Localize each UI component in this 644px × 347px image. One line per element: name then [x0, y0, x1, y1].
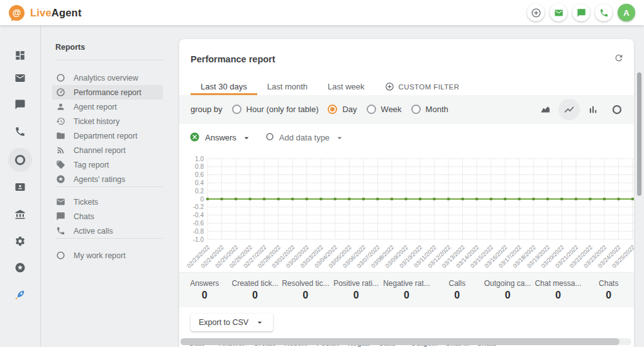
tab-label: Last 30 days: [201, 82, 247, 91]
horizontal-scrollbar-track[interactable]: [180, 338, 631, 345]
radio-day[interactable]: Day: [328, 105, 357, 114]
sidebar-item-label: Active calls: [74, 227, 113, 236]
rail-item-gear[interactable]: [8, 229, 32, 253]
summary-stat: Chats0: [584, 273, 634, 307]
radio-month[interactable]: Month: [411, 105, 448, 114]
sidebar-item-ticket-history[interactable]: Ticket history: [52, 114, 163, 128]
remove-circle-icon: [189, 132, 200, 142]
summary-stat: Resolved tic...0: [280, 273, 331, 307]
sidebar-item-channel-report[interactable]: Channel report: [52, 143, 163, 157]
plus-circle-icon: [385, 82, 394, 91]
sidebar-menu-group-3: My work report: [52, 248, 163, 263]
speedometer-icon: [56, 88, 65, 97]
phone-icon: [14, 126, 26, 137]
rail-item-contacts[interactable]: [8, 175, 32, 199]
sidebar-item-active-calls[interactable]: Active calls: [52, 224, 163, 238]
performance-chart: 1.00.80.60.40.20-0.2-0.4-0.6-0.8-1.002/2…: [179, 152, 634, 273]
chat-icon: [56, 212, 65, 221]
sidebar-item-analytics-overview[interactable]: Analytics overview: [52, 71, 163, 85]
refresh-button[interactable]: [614, 53, 624, 65]
add-button[interactable]: [527, 4, 545, 21]
tab-label: Last week: [328, 82, 365, 91]
export-csv-button[interactable]: Export to CSV: [191, 314, 273, 331]
chart-type-line-chart[interactable]: [558, 99, 580, 120]
tab-last-week[interactable]: Last week: [318, 79, 375, 95]
summary-stat-label: Chats: [599, 279, 618, 288]
user-avatar[interactable]: A: [618, 4, 635, 21]
star-circle-icon: [55, 174, 65, 184]
rocket-icon: [14, 288, 26, 301]
summary-stat-label: Resolved tic...: [282, 279, 329, 288]
tab-last-30-days[interactable]: Last 30 days: [191, 79, 257, 95]
sidebar-item-label: Performance report: [74, 88, 142, 97]
new-ticket-button[interactable]: [550, 4, 567, 21]
rail-item-rocket[interactable]: [8, 283, 32, 307]
area-chart-icon: [540, 104, 551, 115]
sidebar-divider: [55, 238, 163, 239]
rail-item-phone[interactable]: [8, 120, 32, 144]
radio-label: Week: [381, 105, 402, 114]
sidebar-item-my-work-report[interactable]: My work report: [52, 248, 163, 263]
circle-icon: [56, 73, 65, 82]
horizontal-scrollbar-thumb[interactable]: [180, 338, 619, 345]
chat-icon: [14, 99, 26, 110]
vertical-scrollbar[interactable]: [637, 72, 641, 196]
chat-icon: [577, 8, 586, 18]
envelope-icon: [56, 197, 65, 207]
rail-item-bank[interactable]: [8, 202, 32, 226]
radio-hour-only-for-table[interactable]: Hour (only for table): [232, 105, 319, 114]
series-chip-answers[interactable]: Answers: [189, 132, 252, 144]
date-range-tabs: Last 30 daysLast monthLast weekCUSTOM FI…: [179, 79, 634, 95]
sidebar-item-performance-report[interactable]: Performance report: [52, 85, 163, 100]
sidebar-item-label: Chats: [74, 212, 94, 221]
sidebar-item-chats[interactable]: Chats: [52, 209, 163, 224]
chart-type-donut-chart[interactable]: [606, 99, 628, 120]
sidebar-item-label: Department report: [74, 132, 137, 140]
card-header: Performance report: [179, 39, 634, 79]
new-call-button[interactable]: [595, 4, 613, 21]
radio-button-icon: [232, 105, 242, 114]
rail-item-reports[interactable]: [8, 148, 32, 172]
plus-circle-icon: [531, 8, 541, 18]
sidebar-item-agent-report[interactable]: Agent report: [52, 100, 163, 114]
svg-text:-0.8: -0.8: [193, 227, 204, 234]
sidebar-item-tag-report[interactable]: Tag report: [52, 157, 163, 172]
rail-item-star-circle[interactable]: [8, 256, 32, 280]
history-icon: [56, 117, 65, 126]
chevron-down-icon: [335, 133, 345, 143]
folder-icon: [56, 131, 65, 140]
radio-week[interactable]: Week: [367, 105, 402, 114]
sidebar-item-agents-ratings[interactable]: Agents' ratings: [52, 172, 163, 186]
phone-icon: [55, 226, 65, 236]
sidebar-menu-group-1: Analytics overviewPerformance reportAgen…: [52, 71, 163, 186]
rss-icon: [56, 145, 65, 155]
sidebar-item-tickets[interactable]: Tickets: [52, 195, 163, 209]
summary-stat-value: 0: [555, 290, 561, 301]
summary-stat: Negative rat...0: [381, 273, 431, 307]
phone-icon: [599, 8, 609, 18]
rail-item-envelope[interactable]: [8, 66, 32, 90]
refresh-icon: [614, 53, 624, 63]
envelope-icon: [55, 197, 65, 207]
liveagent-logo[interactable]: @ LiveAgent: [9, 5, 82, 21]
add-data-type-button[interactable]: Add data type: [265, 132, 345, 143]
svg-text:0.8: 0.8: [195, 163, 204, 170]
circle-icon: [55, 73, 65, 82]
tab-custom-filter[interactable]: CUSTOM FILTER: [375, 79, 470, 95]
sidebar-item-label: Channel report: [74, 146, 126, 155]
nav-rail: [0, 25, 41, 347]
rail-item-chat[interactable]: [8, 93, 32, 117]
chart-type-area-chart[interactable]: [535, 99, 556, 120]
chevron-down-icon: [335, 133, 345, 143]
summary-stat-value: 0: [404, 290, 409, 301]
new-chat-button[interactable]: [572, 4, 590, 21]
rail-item-dashboard[interactable]: [8, 43, 32, 67]
reports-sidebar: Reports Analytics overviewPerformance re…: [42, 25, 179, 347]
chart-type-bar-chart[interactable]: [582, 99, 604, 120]
folder-icon: [55, 131, 65, 140]
chevron-down-icon: [242, 133, 252, 143]
tab-last-month[interactable]: Last month: [257, 79, 318, 95]
contacts-icon: [14, 181, 26, 193]
add-data-type-label: Add data type: [279, 133, 330, 142]
sidebar-item-department-report[interactable]: Department report: [52, 128, 163, 143]
